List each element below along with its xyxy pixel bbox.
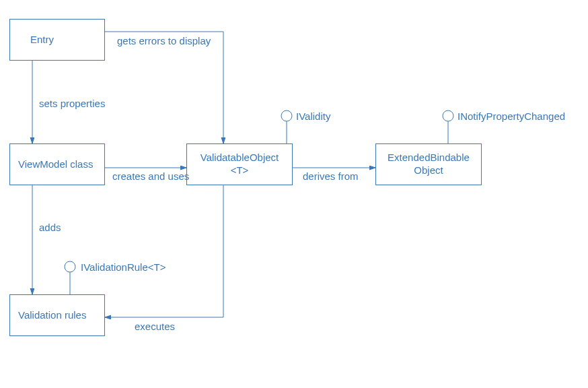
label-adds: adds xyxy=(39,222,61,233)
box-validatable-label: ValidatableObject <T> xyxy=(200,152,279,177)
diagram-canvas: Entry ViewModel class ValidatableObject … xyxy=(0,0,588,388)
label-sets-properties: sets properties xyxy=(39,98,105,109)
box-rules-label: Validation rules xyxy=(18,309,86,322)
lollipop-inotify-icon xyxy=(443,110,453,121)
box-viewmodel: ViewModel class xyxy=(9,143,105,185)
edge-gets-errors xyxy=(105,32,223,143)
box-entry: Entry xyxy=(9,19,105,61)
box-extended: ExtendedBindable Object xyxy=(375,143,482,185)
edge-executes xyxy=(105,185,223,317)
label-gets-errors: gets errors to display xyxy=(117,35,211,46)
lollipop-ivalidationrule-icon xyxy=(65,261,75,272)
label-executes: executes xyxy=(135,321,175,332)
label-inotify: INotifyPropertyChanged xyxy=(457,110,565,122)
label-creates-uses: creates and uses xyxy=(112,170,189,182)
label-derives-from: derives from xyxy=(303,170,359,182)
box-viewmodel-label: ViewModel class xyxy=(18,158,93,171)
box-extended-label: ExtendedBindable Object xyxy=(388,152,470,177)
lollipop-ivalidity-icon xyxy=(281,110,292,121)
box-rules: Validation rules xyxy=(9,294,105,336)
label-ivalidationrule: IValidationRule<T> xyxy=(81,261,166,273)
label-ivalidity: IValidity xyxy=(296,110,330,122)
box-validatable: ValidatableObject <T> xyxy=(186,143,293,185)
box-entry-label: Entry xyxy=(30,34,54,46)
